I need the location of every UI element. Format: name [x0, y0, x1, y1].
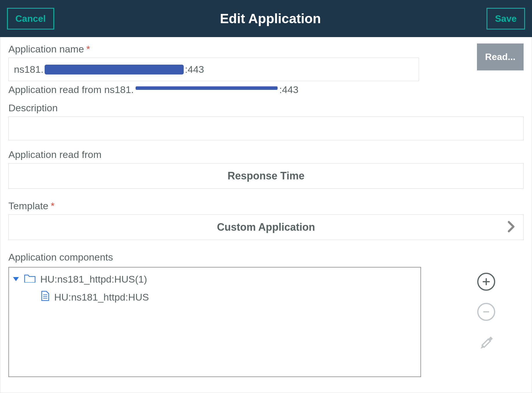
description-input[interactable] — [8, 117, 524, 140]
tree-leaf-label: HU:ns181_httpd:HUS — [54, 292, 149, 303]
pencil-icon — [476, 333, 496, 353]
dialog-title: Edit Application — [54, 11, 487, 26]
save-button[interactable]: Save — [487, 8, 525, 30]
readfrom-subtext: Application read from ns181. :443 — [8, 84, 524, 95]
appname-prefix: ns181. — [14, 64, 43, 75]
readfrom-suffix: :443 — [279, 84, 298, 95]
dialog-header: Cancel Edit Application Save — [0, 0, 532, 37]
svg-rect-7 — [482, 339, 490, 347]
appname-suffix: :443 — [185, 64, 204, 75]
chevron-right-icon — [508, 221, 515, 234]
tree-folder-label: HU:ns181_httpd:HUS(1) — [40, 274, 147, 285]
readfrom-prefix: Application read from ns181. — [8, 84, 134, 95]
tree-leaf-row[interactable]: HU:ns181_httpd:HUS — [12, 289, 418, 305]
readfrom-select-label: Application read from — [8, 149, 524, 160]
readfrom-select[interactable]: Response Time — [8, 163, 524, 189]
add-component-button[interactable] — [477, 273, 495, 291]
template-select[interactable]: Custom Application — [8, 214, 524, 240]
redacted-host-2 — [136, 86, 278, 90]
component-actions — [421, 267, 496, 377]
form-content: Application name* ns181. :443 Read... Ap… — [0, 37, 532, 393]
file-icon — [41, 291, 50, 303]
appname-input[interactable]: ns181. :443 — [8, 58, 419, 81]
components-label: Application components — [8, 252, 524, 263]
template-label: Template* — [8, 200, 524, 212]
caret-down-icon[interactable] — [13, 277, 19, 281]
folder-icon — [24, 273, 36, 285]
template-select-value: Custom Application — [217, 221, 315, 233]
required-marker: * — [86, 43, 90, 54]
description-label: Description — [8, 102, 524, 114]
appname-label: Application name* — [8, 43, 419, 55]
read-button[interactable]: Read... — [477, 43, 524, 70]
remove-component-button — [477, 303, 495, 321]
readfrom-select-value: Response Time — [227, 170, 304, 182]
cancel-button[interactable]: Cancel — [7, 8, 54, 30]
tree-folder-row[interactable]: HU:ns181_httpd:HUS(1) — [12, 272, 418, 287]
redacted-host — [45, 65, 184, 74]
required-marker: * — [51, 200, 54, 211]
components-tree[interactable]: HU:ns181_httpd:HUS(1) HU:ns181_httpd:HUS — [8, 267, 421, 377]
edit-component-button — [476, 333, 496, 354]
